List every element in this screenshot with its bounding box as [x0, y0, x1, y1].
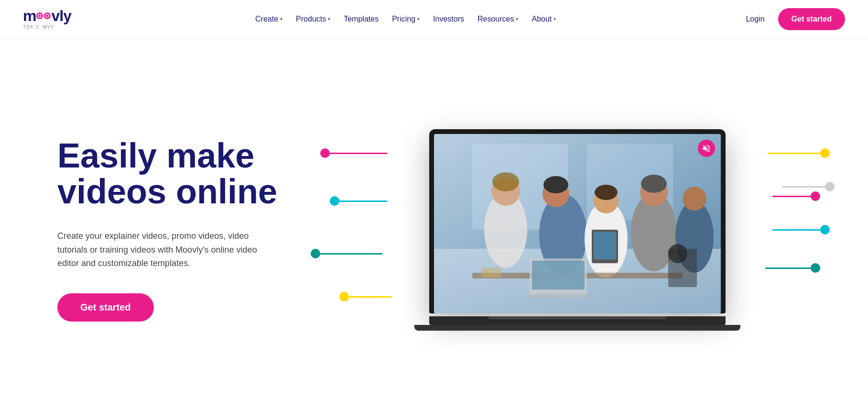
svg-point-17: [641, 175, 667, 193]
logo-circle-right: [44, 12, 51, 19]
nav-link-templates[interactable]: Templates: [338, 11, 384, 27]
chevron-down-icon: ▾: [328, 16, 330, 22]
nav-item-create[interactable]: Create ▾: [250, 11, 288, 27]
laptop-screen: [434, 134, 721, 313]
line-right-cyan: [772, 229, 820, 231]
screen-background: [434, 134, 721, 313]
connector-right-cyan: [772, 225, 830, 234]
hero-section: Easily make videos online Create your ex…: [0, 38, 868, 412]
dot-right-gray: [825, 182, 835, 191]
line-right-gray: [782, 186, 825, 188]
nav-item-investors[interactable]: Investors: [427, 11, 470, 27]
connector-left-cyan: [330, 196, 387, 206]
main-nav: mvly TSX.V: MVY Create ▾ Products ▾ Temp…: [0, 0, 868, 38]
nav-link-resources[interactable]: Resources ▾: [472, 11, 524, 27]
line-left-cyan: [339, 200, 387, 202]
dot-left-yellow: [339, 292, 349, 301]
logo[interactable]: mvly TSX.V: MVY: [23, 8, 71, 30]
get-started-hero-button[interactable]: Get started: [57, 293, 154, 322]
nav-item-about[interactable]: About ▾: [526, 11, 562, 27]
nav-link-investors[interactable]: Investors: [427, 11, 470, 27]
dot-left-cyan: [330, 196, 339, 206]
nav-item-templates[interactable]: Templates: [338, 11, 384, 27]
laptop-keyboard-bar: [488, 316, 666, 319]
connector-right-pink: [772, 191, 820, 201]
laptop-base: [429, 316, 726, 325]
nav-link-pricing[interactable]: Pricing ▾: [386, 11, 425, 27]
nav-links: Create ▾ Products ▾ Templates Pricing ▾ …: [250, 11, 562, 27]
svg-rect-23: [527, 294, 589, 298]
svg-point-12: [595, 185, 618, 200]
get-started-nav-button[interactable]: Get started: [778, 8, 845, 30]
line-left-teal: [320, 253, 382, 255]
connector-left-pink: [320, 148, 387, 158]
logo-tagline: TSX.V: MVY: [23, 24, 54, 30]
hero-title: Easily make videos online: [57, 138, 306, 210]
nav-link-about[interactable]: About ▾: [526, 11, 562, 27]
svg-point-9: [543, 176, 568, 193]
line-left-pink: [330, 153, 387, 154]
dot-right-pink: [811, 191, 820, 201]
dot-left-teal: [311, 249, 320, 258]
connector-right-gray: [782, 182, 835, 191]
chevron-down-icon: ▾: [280, 16, 282, 22]
laptop-bottom-edge: [414, 325, 740, 331]
svg-point-25: [668, 244, 687, 263]
mute-icon[interactable]: [698, 140, 715, 157]
connector-right-teal: [765, 263, 820, 273]
line-left-yellow: [349, 296, 392, 298]
connector-right-yellow: [768, 148, 830, 158]
volume-off-icon: [702, 144, 711, 153]
connector-left-yellow: [339, 292, 392, 301]
dot-right-cyan: [820, 225, 830, 234]
svg-point-6: [492, 172, 519, 191]
connector-left-teal: [311, 249, 382, 258]
dot-right-yellow: [820, 148, 830, 158]
chevron-down-icon: ▾: [417, 16, 420, 22]
line-right-teal: [765, 267, 811, 269]
dot-right-teal: [811, 263, 820, 273]
login-link[interactable]: Login: [740, 11, 770, 27]
laptop-mockup: [429, 129, 726, 331]
line-right-yellow: [768, 153, 820, 154]
nav-item-resources[interactable]: Resources ▾: [472, 11, 524, 27]
svg-point-19: [683, 187, 706, 211]
svg-rect-14: [594, 232, 616, 259]
hero-visual: [306, 86, 830, 373]
chevron-down-icon: ▾: [553, 16, 556, 22]
dot-left-pink: [320, 148, 330, 158]
office-scene-svg: [434, 134, 721, 313]
hero-text: Easily make videos online Create your ex…: [57, 138, 306, 322]
nav-item-products[interactable]: Products ▾: [290, 11, 336, 27]
line-right-pink: [772, 196, 811, 197]
chevron-down-icon: ▾: [516, 16, 518, 22]
logo-circle-left: [36, 12, 43, 19]
logo-text: mvly: [23, 8, 71, 23]
laptop-screen-outer: [429, 129, 726, 313]
svg-rect-26: [482, 268, 501, 278]
nav-item-pricing[interactable]: Pricing ▾: [386, 11, 425, 27]
nav-link-create[interactable]: Create ▾: [250, 11, 288, 27]
nav-link-products[interactable]: Products ▾: [290, 11, 336, 27]
svg-rect-22: [532, 261, 585, 290]
hero-subtitle: Create your explainer videos, promo vide…: [57, 229, 277, 270]
